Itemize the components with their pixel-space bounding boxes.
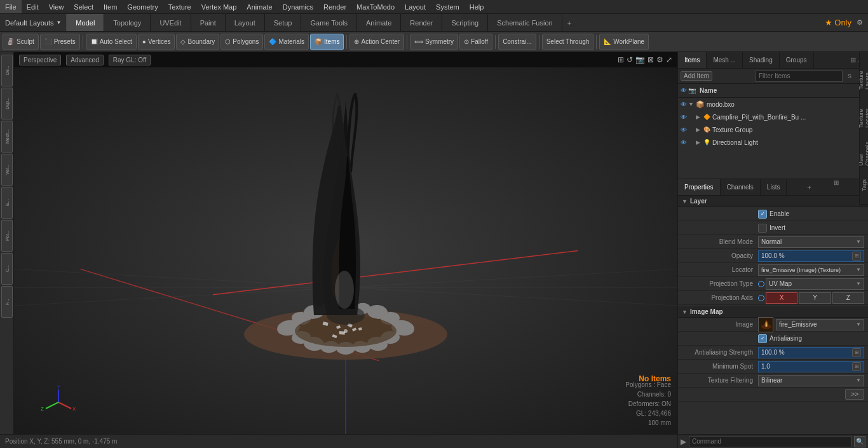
menu-file[interactable]: File (0, 0, 22, 13)
items-button[interactable]: 📦 Items (310, 34, 344, 50)
sidebar-btn-f[interactable]: F... (1, 286, 13, 318)
tab-mesh[interactable]: Mesh ... (707, 52, 743, 68)
menu-geometry[interactable]: Geometry (122, 0, 163, 13)
tab-channels[interactable]: Channels (721, 179, 761, 195)
tab-shading[interactable]: Shading (743, 52, 780, 68)
props-expand-icon[interactable]: ⊞ (831, 179, 841, 195)
viewport-raygl-btn[interactable]: Ray GL: Off (109, 55, 151, 65)
layer-section-header[interactable]: ▼ Layer (678, 196, 868, 207)
polygons-button[interactable]: ⬡ Polygons (220, 34, 263, 50)
layout-tab-schematic[interactable]: Schematic Fusion (488, 14, 562, 31)
menu-maxtomodo[interactable]: MaxToModo (351, 0, 400, 13)
menu-layout[interactable]: Layout (400, 0, 431, 13)
layout-tab-scripting[interactable]: Scripting (442, 14, 488, 31)
sidebar-btn-de[interactable]: De... (1, 55, 13, 86)
opacity-field[interactable]: 100.0 % ⊞ (758, 250, 864, 262)
menu-view[interactable]: View (44, 0, 69, 13)
antialiasing-strength-field[interactable]: 100.0 % ⊞ (758, 347, 864, 358)
tree-toggle-3[interactable]: ▶ (696, 126, 703, 133)
axis-x-btn[interactable]: X (766, 292, 797, 304)
antialiasing-label[interactable]: Antialiasing (770, 335, 802, 342)
min-spot-expand-btn[interactable]: ⊞ (852, 362, 861, 371)
axis-z-btn[interactable]: Z (832, 292, 864, 304)
eye-icon-4[interactable]: 👁 (681, 139, 687, 146)
axis-y-btn[interactable]: Y (799, 292, 831, 304)
vtab-texture-locator[interactable]: Texture Locator (860, 90, 868, 128)
tab-lists[interactable]: Lists (761, 179, 787, 195)
command-input[interactable] (689, 436, 851, 447)
boundary-button[interactable]: ◇ Boundary (176, 34, 219, 50)
viewport-icon-grid[interactable]: ⊠ (648, 55, 654, 64)
min-spot-field[interactable]: 1.0 ⊞ (758, 361, 864, 372)
eye-icon-3[interactable]: 👁 (681, 126, 687, 133)
layout-tab-render[interactable]: Render (401, 14, 442, 31)
layout-dropdown[interactable]: Default Layouts ▼ (0, 14, 67, 31)
menu-help[interactable]: Help (465, 0, 489, 13)
select-through-button[interactable]: Select Through (542, 34, 594, 50)
layout-tab-topology[interactable]: Topology (104, 14, 151, 31)
viewport-icon-settings[interactable]: ⚙ (656, 55, 663, 64)
vtab-user-channels[interactable]: User Channels (860, 128, 868, 166)
layout-tab-uvedit[interactable]: UVEdit (151, 14, 191, 31)
aa-strength-expand-btn[interactable]: ⊞ (852, 348, 861, 357)
vtab-texture-layers[interactable]: Texture Layers (860, 52, 868, 90)
layout-tab-animate[interactable]: Animate (357, 14, 401, 31)
blend-mode-dropdown[interactable]: Normal ▼ (758, 236, 864, 248)
layout-tab-paint[interactable]: Paint (191, 14, 226, 31)
sidebar-btn-e[interactable]: E... (1, 187, 13, 219)
vtab-tags[interactable]: Tags (860, 166, 868, 205)
opacity-expand-btn[interactable]: ⊞ (852, 252, 861, 261)
enable-checkbox[interactable]: ✓ (758, 210, 767, 219)
sidebar-btn-pol[interactable]: Pol... (1, 220, 13, 252)
tab-properties[interactable]: Properties (678, 179, 721, 195)
command-arrow[interactable]: ▶ (681, 437, 686, 446)
layout-tab-model[interactable]: Model (67, 14, 104, 31)
viewport[interactable]: Perspective Advanced Ray GL: Off ⊞ ↺ 📷 ⊠… (14, 52, 677, 434)
sculpt-button[interactable]: 🗿 Sculpt (3, 34, 39, 50)
image-dropdown[interactable]: fire_Emissive ▼ (776, 319, 864, 330)
visibility-icon-2[interactable]: 📷 (688, 87, 696, 94)
antialiasing-checkbox[interactable]: ✓ (758, 334, 767, 343)
layout-tab-setup[interactable]: Setup (265, 14, 302, 31)
more-button[interactable]: >> (845, 389, 864, 400)
menu-texture[interactable]: Texture (163, 0, 196, 13)
menu-dynamics[interactable]: Dynamics (278, 0, 318, 13)
presets-button[interactable]: ⬛ Presets (40, 34, 80, 50)
eye-icon-1[interactable]: 👁 (681, 101, 687, 108)
projection-type-dropdown[interactable]: UV Map ▼ (766, 278, 864, 290)
tree-item-campfire[interactable]: 👁 ▶ 🔶 Campfire_Pit_with_Bonfire_Bu ... (678, 111, 868, 123)
image-map-section-header[interactable]: ▼ Image Map (678, 306, 868, 318)
menu-system[interactable]: System (431, 0, 465, 13)
sidebar-btn-ver[interactable]: Ver... (1, 154, 13, 186)
tree-toggle-2[interactable]: ▶ (696, 114, 703, 120)
enable-label[interactable]: Enable (770, 210, 789, 217)
viewport-icon-reset[interactable]: ↺ (627, 55, 633, 64)
add-item-button[interactable]: Add Item (681, 71, 712, 81)
menu-item[interactable]: Item (98, 0, 122, 13)
layout-tab-layout[interactable]: Layout (226, 14, 265, 31)
auto-select-button[interactable]: 🔲 Auto Select (86, 34, 137, 50)
menu-select[interactable]: Select (69, 0, 98, 13)
menu-render[interactable]: Render (318, 0, 351, 13)
menu-vertex-map[interactable]: Vertex Map (196, 0, 242, 13)
viewport-camera-btn[interactable]: Advanced (66, 55, 103, 65)
layout-tab-add[interactable]: + (562, 14, 576, 31)
tree-item-texture-group[interactable]: 👁 ▶ 🎨 Texture Group (678, 123, 868, 136)
symmetry-button[interactable]: ⟺ Symmetry (410, 34, 458, 50)
menu-edit[interactable]: Edit (22, 0, 44, 13)
workplane-button[interactable]: 📐 WorkPlane (599, 34, 649, 50)
vertices-button[interactable]: ● Vertices (138, 34, 175, 50)
tree-toggle-4[interactable]: ▶ (696, 139, 703, 146)
visibility-icon-1[interactable]: 👁 (681, 87, 687, 94)
filter-items-input[interactable] (756, 71, 843, 82)
viewport-icon-expand[interactable]: ⤢ (666, 55, 672, 64)
tab-groups[interactable]: Groups (780, 52, 814, 68)
star-only-label[interactable]: ★ Only (825, 18, 851, 27)
invert-checkbox[interactable] (758, 224, 767, 233)
constraints-button[interactable]: Constrai... (498, 34, 536, 50)
eye-icon-2[interactable]: 👁 (681, 114, 687, 121)
layout-tab-game-tools[interactable]: Game Tools (301, 14, 357, 31)
viewport-mode-btn[interactable]: Perspective (19, 55, 61, 65)
command-search-btn[interactable]: 🔍 (854, 436, 865, 447)
tree-item-dir-light[interactable]: 👁 ▶ 💡 Directional Light (678, 136, 868, 149)
